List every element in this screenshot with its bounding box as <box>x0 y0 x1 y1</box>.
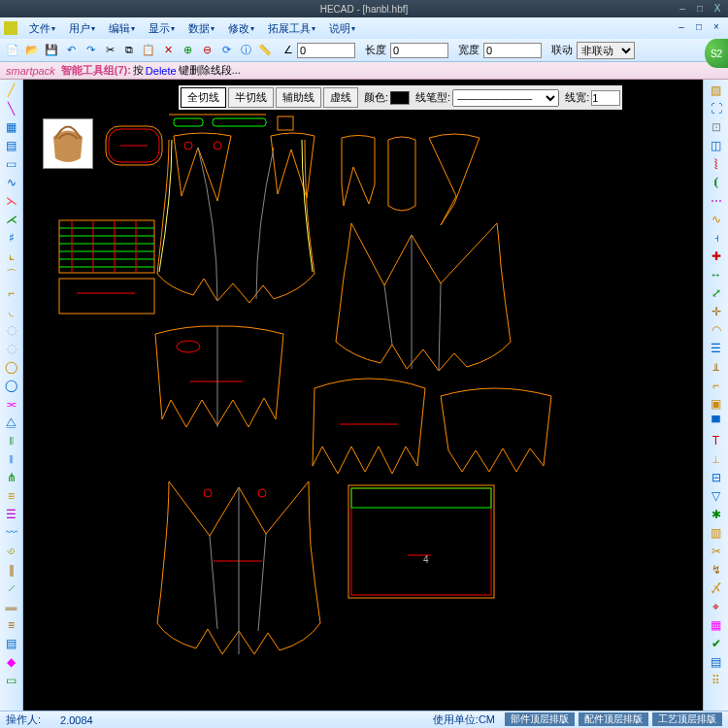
unit-tab[interactable]: 使用单位:CM <box>427 712 501 727</box>
hatch-tool[interactable]: ▨ <box>707 82 726 99</box>
zoom-in-button[interactable]: ⊕ <box>179 42 196 59</box>
cross-tool[interactable]: ✚ <box>707 248 726 265</box>
unknown-tool-1[interactable]: ◌ <box>2 321 21 339</box>
rect-tool[interactable]: ▭ <box>2 155 21 173</box>
menu-file[interactable]: 文件▾ <box>23 21 61 36</box>
link-select[interactable]: 非联动 <box>577 42 635 59</box>
color-swatch[interactable] <box>390 91 410 105</box>
vline-tool[interactable]: ‖ <box>2 561 21 579</box>
info-button[interactable]: ⓘ <box>237 42 254 59</box>
measure-x-tool[interactable]: ↔ <box>707 266 726 283</box>
mirror-tool[interactable]: ⧋ <box>2 414 21 431</box>
save-button[interactable]: 💾 <box>43 42 60 59</box>
opt-dash[interactable]: 虚线 <box>323 87 358 108</box>
trim-tool[interactable]: ⋋ <box>2 192 21 210</box>
cut-button[interactable]: ✂ <box>101 42 118 59</box>
stitch-tool[interactable]: ⋯ <box>707 192 726 210</box>
polyline-tool[interactable]: ╲ <box>2 100 21 117</box>
maximize-icon[interactable]: □ <box>693 3 707 15</box>
doc-tool[interactable]: ▤ <box>707 653 726 671</box>
curve-tool[interactable]: ∿ <box>2 174 21 191</box>
grid-tool[interactable]: ▦ <box>2 118 21 136</box>
close-icon[interactable]: X <box>711 3 724 15</box>
tab-process[interactable]: 工艺顶层排版 <box>652 712 722 726</box>
bars-tool[interactable]: ≡ <box>2 616 21 634</box>
loop-tool[interactable]: ↯ <box>707 561 726 579</box>
scissors-tool[interactable]: ✂ <box>707 543 726 560</box>
gear-tool[interactable]: ✱ <box>707 506 726 523</box>
triangle-tool[interactable]: ▽ <box>707 487 726 505</box>
diag-tool[interactable]: ⟋ <box>2 579 21 597</box>
dim-tool[interactable]: ⟂ <box>707 450 726 468</box>
opt-halfcut[interactable]: 半切线 <box>228 87 274 108</box>
angle-input[interactable] <box>297 43 355 58</box>
menu-help[interactable]: 说明▾ <box>323 21 361 36</box>
menu-edit[interactable]: 编辑▾ <box>103 21 141 36</box>
linewidth-input[interactable] <box>591 90 620 106</box>
hash-tool[interactable]: ♯ <box>2 229 21 247</box>
dots-tool[interactable]: ⠿ <box>707 672 726 689</box>
fit-tool[interactable]: ⛶ <box>707 100 726 117</box>
thread-tool[interactable]: ∿ <box>707 211 726 228</box>
wave-tool[interactable]: 〰 <box>2 524 21 542</box>
open-button[interactable]: 📂 <box>23 42 41 59</box>
paste-button[interactable]: 📋 <box>140 42 157 59</box>
drawing-canvas[interactable]: 4 <box>23 80 703 711</box>
opt-allcut[interactable]: 全切线 <box>181 87 226 108</box>
panel-tool[interactable]: ▬ <box>2 598 21 615</box>
canvas-area[interactable]: 全切线 半切线 辅助线 虚线 颜色: 线笔型: ——————— 线宽: <box>23 80 703 711</box>
doc-minimize-icon[interactable]: – <box>674 21 689 35</box>
branch-tool[interactable]: ⋔ <box>2 469 21 486</box>
product-thumbnail[interactable] <box>43 118 93 169</box>
spiral-tool[interactable]: ꩜ <box>2 543 21 560</box>
tree-tool[interactable]: ⊟ <box>707 469 726 486</box>
shape-tool[interactable]: ◫ <box>707 137 726 154</box>
lock-tool[interactable]: ⊡ <box>707 118 726 136</box>
tab-accessories[interactable]: 配件顶层排版 <box>579 712 648 726</box>
check-tool[interactable]: ✔ <box>707 635 726 652</box>
undo-button[interactable]: ↶ <box>62 42 80 59</box>
seam-tool[interactable]: ⫫ <box>707 358 726 376</box>
piece-arc-tool[interactable]: ◠ <box>707 321 726 339</box>
zigzag-tool[interactable]: ⦚ <box>707 155 726 173</box>
palette-tool[interactable]: ▦ <box>707 616 726 634</box>
refresh-button[interactable]: ⟳ <box>217 42 235 59</box>
delete-button[interactable]: ✕ <box>159 42 177 59</box>
zoom-out-button[interactable]: ⊖ <box>198 42 215 59</box>
hstripe-tool[interactable]: ▤ <box>2 137 21 154</box>
rect2-tool[interactable]: ▭ <box>2 672 21 689</box>
ruler-icon[interactable]: 📏 <box>256 42 274 59</box>
folder-tool[interactable]: ▀ <box>707 414 726 431</box>
bracket-tool[interactable]: ⦗ <box>707 174 726 191</box>
circle-tool[interactable]: ◯ <box>2 377 21 394</box>
s2-button[interactable]: S2 <box>705 39 728 68</box>
paint-tool[interactable]: ▥ <box>707 524 726 542</box>
menu-data[interactable]: 数据▾ <box>182 21 220 36</box>
menu-view[interactable]: 显示▾ <box>143 21 181 36</box>
new-button[interactable]: 📄 <box>4 42 21 59</box>
copy-button[interactable]: ⧉ <box>120 42 138 59</box>
pline-tool[interactable]: ⦀ <box>2 450 21 468</box>
opt-aux[interactable]: 辅助线 <box>276 87 321 108</box>
pen-select[interactable]: ——————— <box>452 89 559 107</box>
line-tool[interactable]: ╱ <box>2 82 21 99</box>
box-tool[interactable]: ▣ <box>707 395 726 413</box>
align-tool[interactable]: ⫞ <box>707 229 726 247</box>
layer-tool[interactable]: ▤ <box>2 635 21 652</box>
arc-tool[interactable]: ⌒ <box>2 266 21 283</box>
link-tool[interactable]: ⫘ <box>2 395 21 413</box>
menu-tools[interactable]: 拓展工具▾ <box>262 21 321 36</box>
minimize-icon[interactable]: – <box>676 3 689 15</box>
redo-button[interactable]: ↷ <box>82 42 99 59</box>
stripes-tool[interactable]: ☰ <box>2 506 21 523</box>
point-tool[interactable]: ✛ <box>707 303 726 320</box>
fillet-tool[interactable]: ◟ <box>2 303 21 320</box>
menu-modify[interactable]: 修改▾ <box>222 21 260 36</box>
marker-tool[interactable]: ◆ <box>2 653 21 671</box>
unknown-tool-2[interactable]: ◌ <box>2 340 21 357</box>
extend-tool[interactable]: ⋌ <box>2 211 21 228</box>
doc-maximize-icon[interactable]: □ <box>691 21 707 35</box>
piece-line-tool[interactable]: ☰ <box>707 340 726 357</box>
offset-tool[interactable]: ⫴ <box>2 432 21 449</box>
step-tool[interactable]: ⌐ <box>707 377 726 394</box>
